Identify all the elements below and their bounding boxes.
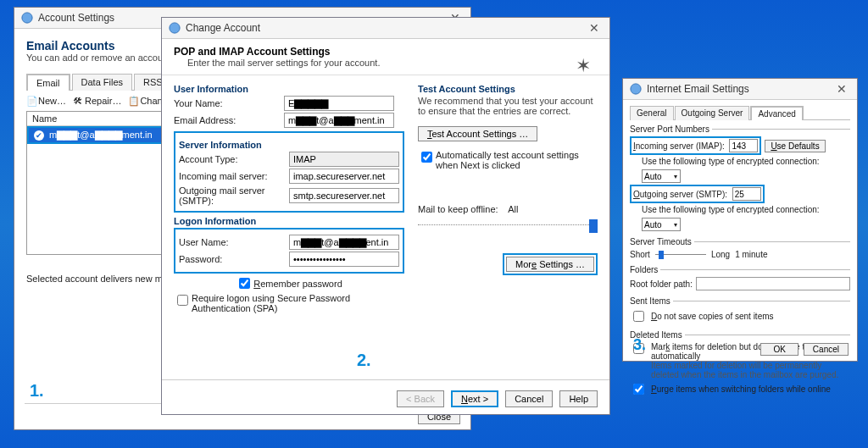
timeout-value: 1 minute (735, 250, 767, 259)
svg-point-0 (22, 13, 32, 23)
account-type-select[interactable] (289, 152, 399, 167)
tab-advanced[interactable]: Advanced (750, 106, 803, 120)
mail-icon (169, 22, 181, 34)
username-input[interactable] (289, 235, 399, 250)
use-defaults-button[interactable]: Use DefaultsUse Defaults (765, 140, 825, 152)
auto-test-checkbox[interactable] (421, 152, 432, 163)
encryption-label-out: Use the following type of encrypted conn… (642, 205, 820, 214)
svg-point-1 (170, 23, 180, 33)
timeout-short-label: Short (630, 250, 650, 259)
repair-icon: 🛠 (73, 96, 83, 106)
tab-email[interactable]: Email (26, 74, 70, 91)
titlebar[interactable]: Change Account ✕ (162, 18, 609, 39)
tab-data-files[interactable]: Data Files (72, 74, 133, 91)
step-number-2: 2. (357, 351, 371, 370)
spa-label: Require logon using Secure Password Auth… (192, 293, 404, 313)
account-type-label: Account Type: (179, 154, 289, 164)
cursor-icon: ✶ (576, 55, 591, 77)
test-settings-desc: We recommend that you test your account … (418, 96, 598, 116)
no-save-sent-label: Do not save copies of sent itemsDo not s… (651, 312, 774, 321)
timeout-long-label: Long (711, 250, 730, 259)
svg-point-2 (631, 84, 641, 94)
username-label: User Name: (179, 237, 289, 247)
outgoing-port-label: Outgoing server (SMTP):Outgoing server (… (633, 190, 727, 199)
titlebar[interactable]: Internet Email Settings ✕ (623, 79, 857, 100)
email-address-label: Email Address: (174, 115, 284, 125)
cancel-button[interactable]: Cancel (804, 343, 849, 356)
spa-checkbox[interactable] (177, 295, 188, 306)
timeout-slider[interactable] (655, 249, 706, 259)
close-icon[interactable]: ✕ (833, 82, 850, 96)
step-number-3: 3. (633, 336, 646, 354)
mark-deletion-sublabel: Items marked for deletion will be perman… (651, 361, 838, 379)
outgoing-server-label: Outgoing mail server (SMTP): (179, 185, 289, 206)
password-input[interactable] (289, 252, 399, 267)
tab-outgoing-server[interactable]: Outgoing Server (675, 106, 750, 120)
slider-thumb-icon[interactable] (589, 219, 598, 233)
change-account-window: Change Account ✕ POP and IMAP Account Se… (161, 17, 610, 415)
remember-password-checkbox[interactable] (239, 278, 250, 289)
internet-email-settings-window: Internet Email Settings ✕ General Outgoi… (622, 78, 858, 362)
mail-offline-label: Mail to keep offline: (418, 204, 498, 214)
logon-info-heading: Logon Information (174, 216, 404, 226)
purge-label: Purge items when switching folders while… (651, 384, 831, 394)
test-settings-heading: Test Account Settings (418, 84, 598, 94)
root-folder-label: Root folder path: (630, 279, 693, 289)
incoming-port-label: Incoming server (IMAP):Incoming server (… (633, 141, 725, 151)
password-label: Password: (179, 254, 289, 264)
mail-offline-value: All (508, 204, 518, 214)
dialog-subheading: Enter the mail server settings for your … (174, 58, 598, 68)
remember-password-label: RRemember passwordemember password (253, 279, 342, 289)
email-address-input[interactable] (284, 113, 394, 128)
new-account-button[interactable]: 📄New… (26, 96, 66, 106)
slider-thumb-icon[interactable] (659, 251, 664, 259)
chevron-down-icon[interactable]: ▾ (674, 173, 677, 180)
change-icon: 📋 (128, 96, 138, 106)
outgoing-port-input[interactable] (732, 187, 761, 201)
your-name-label: Your Name: (174, 98, 284, 108)
close-icon[interactable]: ✕ (586, 21, 603, 35)
timeouts-group-label: Server Timeouts (630, 237, 694, 246)
incoming-server-input[interactable] (289, 169, 399, 184)
cancel-button[interactable]: Cancel (505, 390, 553, 407)
help-button[interactable]: Help (559, 390, 598, 407)
back-button[interactable]: < Back (397, 390, 444, 407)
window-title: Internet Email Settings (647, 83, 749, 95)
mail-offline-slider[interactable] (418, 218, 598, 231)
new-icon: 📄 (26, 96, 36, 106)
incoming-port-input[interactable] (729, 139, 758, 152)
window-title: Account Settings (38, 12, 114, 24)
mail-icon (21, 12, 33, 24)
tab-strip: General Outgoing Server Advanced (630, 105, 850, 120)
folders-group-label: Folders (630, 265, 660, 274)
dialog-heading: POP and IMAP Account Settings (174, 46, 598, 58)
mail-icon (630, 83, 642, 95)
encryption-label-in: Use the following type of encrypted conn… (642, 157, 820, 166)
more-settings-button[interactable]: More Settings …More Settings … (506, 257, 594, 272)
purge-checkbox[interactable] (633, 384, 644, 395)
outgoing-server-input[interactable] (289, 188, 399, 203)
auto-test-label: Automatically test account settings when… (436, 150, 598, 170)
next-button[interactable]: Next >Next > (451, 390, 498, 407)
server-info-heading: Server Information (179, 140, 399, 150)
tab-general[interactable]: General (630, 106, 674, 120)
window-title: Change Account (186, 22, 260, 34)
account-email: m▇▇▇t@a▇▇▇▇ment.in (49, 130, 153, 141)
repair-button[interactable]: 🛠Repair… (73, 96, 121, 106)
chevron-down-icon[interactable]: ▾ (674, 221, 677, 229)
no-save-sent-checkbox[interactable] (633, 311, 644, 322)
sent-group-label: Sent Items (630, 296, 673, 306)
ports-group-label: Server Port Numbers (630, 124, 712, 134)
incoming-server-label: Incoming mail server: (179, 171, 289, 181)
check-icon: ✔ (34, 130, 44, 141)
test-account-settings-button[interactable]: Test Account Settings …Test Account Sett… (418, 126, 537, 141)
ok-button[interactable]: OK (760, 343, 798, 356)
root-folder-input[interactable] (696, 277, 850, 290)
step-number-1: 1. (30, 381, 44, 401)
your-name-input[interactable] (284, 96, 394, 111)
user-info-heading: User Information (174, 84, 404, 94)
